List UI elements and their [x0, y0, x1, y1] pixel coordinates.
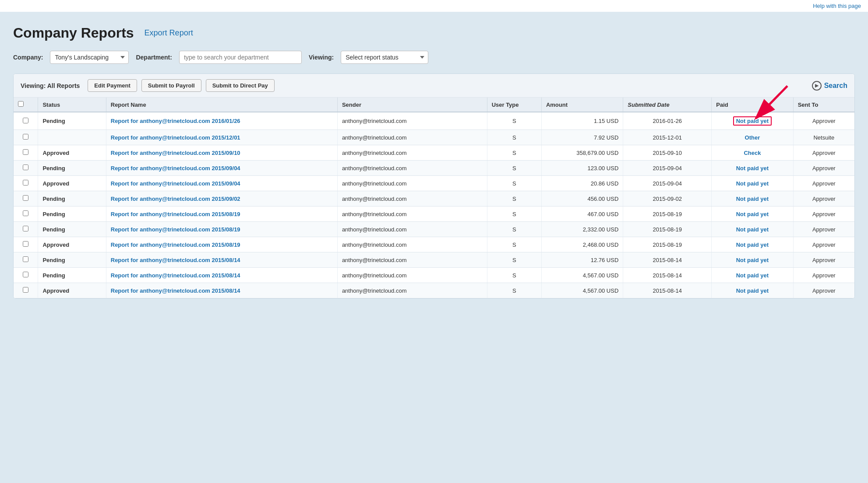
row-checkbox[interactable] — [23, 256, 28, 262]
report-name-link[interactable]: Report for anthony@trinetcloud.com 2015/… — [111, 150, 240, 156]
row-checkbox[interactable] — [23, 134, 28, 140]
row-user-type: S — [487, 130, 541, 145]
row-status: Pending — [38, 222, 106, 237]
row-sent-to: Approver — [793, 268, 854, 283]
row-report-name: Report for anthony@trinetcloud.com 2015/… — [106, 222, 337, 237]
table-wrapper: Status Report Name Sender User Type Amou… — [14, 98, 854, 298]
row-submitted-date: 2016-01-26 — [623, 112, 712, 130]
row-amount: 12.76 USD — [541, 252, 623, 268]
report-name-link[interactable]: Report for anthony@trinetcloud.com 2015/… — [111, 165, 240, 172]
table-row: ApprovedReport for anthony@trinetcloud.c… — [14, 176, 854, 191]
row-sender: anthony@trinetcloud.com — [337, 222, 487, 237]
row-checkbox[interactable] — [23, 210, 28, 216]
row-checkbox[interactable] — [23, 272, 28, 277]
th-sender: Sender — [337, 98, 487, 112]
row-report-name: Report for anthony@trinetcloud.com 2015/… — [106, 145, 337, 161]
row-checkbox[interactable] — [23, 118, 28, 123]
search-play-icon: ▶ — [812, 81, 822, 91]
export-report-link[interactable]: Export Report — [145, 28, 193, 38]
row-report-name: Report for anthony@trinetcloud.com 2015/… — [106, 161, 337, 176]
select-all-checkbox[interactable] — [18, 101, 24, 107]
row-submitted-date: 2015-08-19 — [623, 206, 712, 222]
row-checkbox[interactable] — [23, 195, 28, 201]
row-checkbox[interactable] — [23, 241, 28, 247]
row-submitted-date: 2015-09-04 — [623, 161, 712, 176]
row-sent-to: Approver — [793, 145, 854, 161]
row-sender: anthony@trinetcloud.com — [337, 112, 487, 130]
table-row: PendingReport for anthony@trinetcloud.co… — [14, 222, 854, 237]
report-name-link[interactable]: Report for anthony@trinetcloud.com 2015/… — [111, 211, 240, 217]
row-status: Approved — [38, 176, 106, 191]
row-sent-to: Approver — [793, 191, 854, 206]
submit-direct-pay-button[interactable]: Submit to Direct Pay — [206, 79, 275, 92]
row-status: Approved — [38, 237, 106, 252]
report-name-link[interactable]: Report for anthony@trinetcloud.com 2015/… — [111, 287, 240, 294]
row-report-name: Report for anthony@trinetcloud.com 2015/… — [106, 268, 337, 283]
report-name-link[interactable]: Report for anthony@trinetcloud.com 2015/… — [111, 272, 240, 279]
row-sent-to: Approver — [793, 176, 854, 191]
row-paid: Other — [712, 130, 793, 145]
row-user-type: S — [487, 237, 541, 252]
row-checkbox[interactable] — [23, 180, 28, 186]
company-select[interactable]: Tony's Landscaping — [50, 51, 129, 64]
main-container: Company Reports Export Report Company: T… — [0, 12, 868, 312]
row-sender: anthony@trinetcloud.com — [337, 130, 487, 145]
table-row: PendingReport for anthony@trinetcloud.co… — [14, 206, 854, 222]
th-amount: Amount — [541, 98, 623, 112]
row-sender: anthony@trinetcloud.com — [337, 176, 487, 191]
submit-payroll-button[interactable]: Submit to Payroll — [141, 79, 201, 92]
row-sent-to: Approver — [793, 206, 854, 222]
row-report-name: Report for anthony@trinetcloud.com 2015/… — [106, 191, 337, 206]
row-submitted-date: 2015-08-19 — [623, 237, 712, 252]
department-input[interactable] — [179, 51, 302, 64]
row-submitted-date: 2015-09-04 — [623, 176, 712, 191]
row-report-name: Report for anthony@trinetcloud.com 2015/… — [106, 252, 337, 268]
row-sender: anthony@trinetcloud.com — [337, 161, 487, 176]
search-button[interactable]: Search — [824, 82, 847, 90]
company-label: Company: — [13, 54, 43, 61]
row-checkbox[interactable] — [23, 287, 28, 293]
row-sent-to: Approver — [793, 283, 854, 298]
th-submitted-date: Submitted Date — [623, 98, 712, 112]
report-name-link[interactable]: Report for anthony@trinetcloud.com 2015/… — [111, 242, 240, 248]
row-status — [38, 130, 106, 145]
row-sender: anthony@trinetcloud.com — [337, 206, 487, 222]
row-user-type: S — [487, 191, 541, 206]
row-paid: Not paid yet — [712, 206, 793, 222]
row-user-type: S — [487, 112, 541, 130]
report-name-link[interactable]: Report for anthony@trinetcloud.com 2015/… — [111, 180, 240, 187]
row-paid: Not paid yet — [712, 252, 793, 268]
row-status: Pending — [38, 191, 106, 206]
page-title: Company Reports — [13, 25, 134, 41]
report-status-select[interactable]: Select report status — [341, 51, 428, 64]
row-report-name: Report for anthony@trinetcloud.com 2015/… — [106, 130, 337, 145]
report-name-link[interactable]: Report for anthony@trinetcloud.com 2015/… — [111, 257, 240, 263]
edit-payment-button[interactable]: Edit Payment — [88, 79, 137, 92]
row-sender: anthony@trinetcloud.com — [337, 237, 487, 252]
row-submitted-date: 2015-09-02 — [623, 191, 712, 206]
row-report-name: Report for anthony@trinetcloud.com 2015/… — [106, 237, 337, 252]
top-bar: Help with this page — [0, 0, 868, 12]
row-paid: Not paid yet — [712, 176, 793, 191]
table-row: PendingReport for anthony@trinetcloud.co… — [14, 191, 854, 206]
table-row: PendingReport for anthony@trinetcloud.co… — [14, 112, 854, 130]
row-status: Pending — [38, 161, 106, 176]
row-user-type: S — [487, 222, 541, 237]
row-checkbox[interactable] — [23, 149, 28, 155]
row-submitted-date: 2015-08-19 — [623, 222, 712, 237]
row-checkbox[interactable] — [23, 226, 28, 231]
row-status: Approved — [38, 283, 106, 298]
row-amount: 7.92 USD — [541, 130, 623, 145]
table-row: ApprovedReport for anthony@trinetcloud.c… — [14, 145, 854, 161]
row-checkbox[interactable] — [23, 164, 28, 170]
row-amount: 2,332.00 USD — [541, 222, 623, 237]
report-name-link[interactable]: Report for anthony@trinetcloud.com 2015/… — [111, 226, 240, 233]
row-amount: 4,567.00 USD — [541, 283, 623, 298]
row-paid: Not paid yet — [712, 112, 793, 130]
row-user-type: S — [487, 252, 541, 268]
help-link[interactable]: Help with this page — [813, 3, 861, 9]
report-name-link[interactable]: Report for anthony@trinetcloud.com 2016/… — [111, 118, 240, 124]
report-name-link[interactable]: Report for anthony@trinetcloud.com 2015/… — [111, 134, 240, 141]
row-report-name: Report for anthony@trinetcloud.com 2015/… — [106, 176, 337, 191]
report-name-link[interactable]: Report for anthony@trinetcloud.com 2015/… — [111, 196, 240, 202]
